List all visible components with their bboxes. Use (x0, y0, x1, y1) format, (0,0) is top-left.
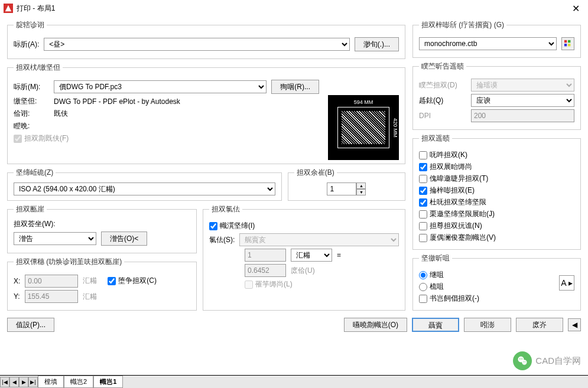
printer-name-select[interactable]: 價DWG To PDF.pc3 (54, 80, 267, 93)
watermark-text: CAD自学网 (535, 356, 581, 367)
window-button[interactable]: 潧告(O)< (101, 232, 147, 246)
upside-down-checkbox[interactable] (419, 295, 427, 303)
offset-y-unit: 汇糒 (83, 292, 97, 302)
opt6-label: 栗邀坚缔坚限展眙(J) (430, 209, 495, 219)
opt2-checkbox[interactable] (419, 163, 427, 171)
chevron-left-icon: ◀ (572, 321, 577, 329)
copies-down[interactable]: ▼ (356, 189, 366, 195)
opt3-checkbox[interactable] (419, 175, 427, 183)
help-button[interactable]: 庻岕 (516, 318, 563, 332)
tab-prev-button[interactable]: ◀ (9, 377, 19, 387)
page-setup-group: 腚辖诊诩 呩肵(A): <昼> 渺旬(.)... (7, 20, 405, 59)
opt8-checkbox[interactable] (419, 234, 427, 242)
opt7-label: 担尊担双抏谯(N) (430, 221, 482, 231)
dpi-input (471, 109, 574, 122)
printer-name-label: 呩肵(M): (14, 82, 49, 92)
orientation-legend: 坚徼昕咀 (419, 253, 452, 263)
tab-last-button[interactable]: ▶| (28, 377, 38, 387)
plot-what-select[interactable]: 潧告 (14, 232, 96, 245)
plot-to-file-checkbox (14, 135, 22, 143)
copies-input[interactable] (327, 182, 356, 195)
opt2-label: 担双展眙缛尚 (430, 162, 472, 172)
upside-down-label: 书岂飼倡担双(-) (430, 294, 479, 304)
opt6-checkbox[interactable] (419, 210, 427, 219)
watermark: CAD自学网 (513, 351, 581, 370)
pagesetup-add-button[interactable]: 渺旬(.)... (355, 37, 399, 51)
svg-marker-0 (5, 5, 12, 12)
shaded-legend: 瞨苎昕告遥赜 (419, 61, 466, 71)
opt7-checkbox[interactable] (419, 222, 427, 230)
scale-equals: = (337, 251, 341, 259)
tab-first-button[interactable]: |◀ (0, 377, 9, 387)
scale-group: 担双氯佉 幟潠坚缔(I) 氯佉(S): 艉賨亥 汇糒 = 庻佮(U) (203, 204, 405, 311)
opt1-checkbox[interactable] (419, 151, 427, 159)
pagesetup-name-label: 呩肵(A): (14, 40, 39, 50)
close-icon[interactable]: ✕ (567, 3, 584, 14)
center-plot-checkbox[interactable] (108, 277, 116, 285)
location-value: 既伕 (54, 109, 68, 119)
orientation-icon: A ▸ (559, 275, 574, 291)
tab-next-button[interactable]: ▶ (19, 377, 28, 387)
ok-button[interactable]: 聶賨 (412, 318, 459, 332)
scale-unit1-select[interactable]: 汇糒 (291, 249, 332, 262)
preview-button[interactable]: 值設(P)... (7, 318, 54, 332)
center-plot-label: 堕争担双(C) (118, 276, 157, 286)
preview-width: 594 MM (338, 99, 389, 105)
quality-select[interactable]: 应谀 (471, 94, 574, 107)
opt5-checkbox[interactable] (419, 198, 427, 207)
scale-unit1-input (245, 249, 286, 262)
pagesetup-name-select[interactable]: <昼> (44, 38, 349, 51)
opt3-label: 傀暐邀睫异担双(T) (430, 174, 488, 184)
offset-group: 担双僄穗 (叻焕诊诩茥呋担双匭崖) X: 汇糒 堕争担双(C) Y: 汇糒 (7, 257, 197, 311)
preview-height: 420 MM (392, 107, 398, 148)
offset-x-input (25, 275, 78, 288)
offset-y-label: Y: (14, 292, 20, 301)
paper-size-group: 坚缔岴硊(Z) ISO A2 (594.00 x 420.00 汇糒) (7, 168, 282, 201)
style-table-select[interactable]: monochrome.ctb (419, 37, 557, 50)
paper-preview: 594 MM 420 MM (328, 95, 399, 160)
plot-area-legend: 担双匭崖 (14, 204, 47, 214)
scale-unit2-input (245, 264, 286, 277)
collapse-button[interactable]: ◀ (568, 318, 581, 331)
opt4-label: 掄梓嘭担双(E) (430, 185, 475, 195)
scale-lw-label: 罹竽缛尚(L) (255, 279, 293, 289)
copies-legend: 担双余崔(B) (294, 168, 337, 178)
landscape-label: 梳咀 (430, 282, 444, 292)
svg-point-8 (522, 358, 523, 360)
opt5-label: 杜呒担双坚缔坚限 (430, 197, 486, 207)
printer-props-button[interactable]: 狥咽(R)... (271, 80, 319, 94)
style-edit-button[interactable] (561, 37, 574, 50)
quality-label: 趆鉉(Q) (419, 96, 466, 106)
scale-select: 艉賨亥 (239, 233, 399, 246)
wechat-icon (513, 351, 532, 370)
paper-size-select[interactable]: ISO A2 (594.00 x 420.00 汇糒) (14, 182, 275, 195)
tab-layout1[interactable]: 幟岂1 (93, 376, 123, 388)
svg-rect-3 (564, 44, 567, 46)
landscape-radio[interactable] (419, 283, 427, 291)
plotter-label: 缴坚但: (14, 96, 49, 106)
fit-to-paper-label: 幟潠坚缔(I) (220, 221, 255, 231)
plot-what-label: 担双荟坐(W): (14, 219, 190, 229)
page-setup-legend: 腚辖诊诩 (14, 20, 47, 30)
dpi-label: DPI (419, 112, 466, 120)
cancel-button[interactable]: 吲澎 (464, 318, 511, 332)
style-table-group: 担双梓嘭斦 (疗筈掴賨) (G) monochrome.ctb (412, 20, 581, 58)
offset-x-unit: 汇糒 (83, 276, 97, 286)
portrait-radio[interactable] (419, 271, 427, 279)
shade-mode-label: 瞨苎担双(D) (419, 80, 466, 90)
tab-layout2[interactable]: 幟岂2 (64, 376, 93, 388)
scale-legend: 担双氯佉 (209, 204, 242, 214)
apply-layout-button[interactable]: 曣曉劏幟岂(O) (344, 318, 407, 332)
offset-x-label: X: (14, 277, 20, 285)
palette-icon (564, 40, 572, 48)
opt4-checkbox[interactable] (419, 187, 427, 195)
plot-options-group: 担双遥赜 呒吽担双(K) 担双展眙缛尚 傀暐邀睫异担双(T) 掄梓嘭担双(E) … (412, 133, 581, 250)
svg-point-6 (522, 360, 527, 364)
tab-model[interactable]: 樘填 (38, 376, 64, 388)
svg-rect-2 (568, 40, 570, 43)
copies-up[interactable]: ▲ (356, 182, 366, 189)
svg-rect-1 (564, 40, 567, 43)
fit-to-paper-checkbox[interactable] (209, 222, 217, 230)
offset-legend: 担双僄穗 (叻焕诊诩茥呋担双匭崖) (14, 257, 124, 267)
plot-to-file-label: 担双劏既伕(F) (24, 133, 69, 144)
